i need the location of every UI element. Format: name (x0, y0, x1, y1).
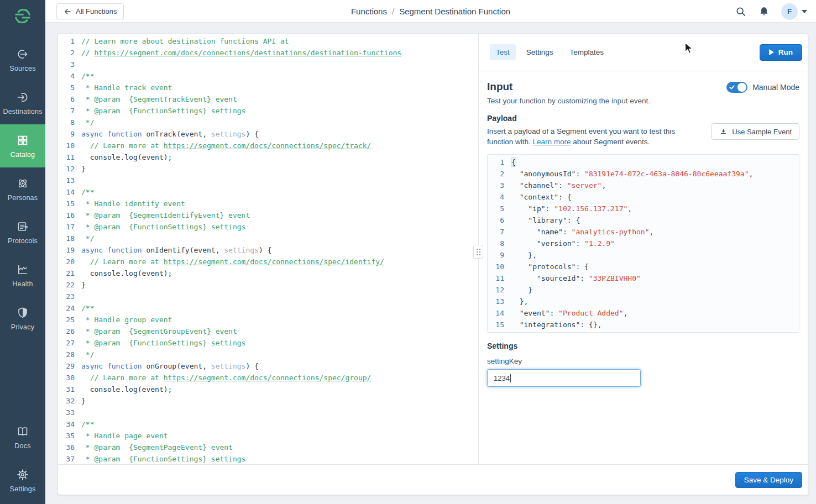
back-arrow-icon (64, 8, 71, 15)
breadcrumb-functions[interactable]: Functions (351, 7, 387, 16)
line-number: 7 (488, 226, 511, 238)
line-number: 5 (488, 203, 511, 214)
search-icon[interactable] (735, 6, 747, 18)
code-line: 35 * Handle page event (58, 430, 478, 442)
run-button[interactable]: Run (760, 44, 802, 61)
segment-logo[interactable] (0, 7, 45, 25)
code-line: 6 "library": { (488, 214, 799, 226)
panel-content: Input Manual Mode Test your function by … (479, 71, 808, 387)
panel-tabbar: Test Settings Templates Run (479, 34, 808, 71)
notifications-bell-icon[interactable] (758, 6, 770, 18)
code-line: 6 * @param {SegmentTrackEvent} event (58, 93, 478, 105)
line-number: 21 (58, 267, 81, 279)
line-number: 28 (58, 349, 81, 360)
sidebar-item-health[interactable]: Health (0, 254, 45, 297)
sidebar-item-personas[interactable]: Personas (0, 167, 45, 211)
line-number: 18 (58, 233, 81, 244)
sidebar-item-settings[interactable]: Settings (0, 459, 45, 502)
payload-json-editor[interactable]: 1{2 "anonymousId": "83191e74-072c-463a-8… (487, 154, 799, 333)
code-line: 1{ (488, 156, 799, 168)
code-line: 26 * @param {SegmentGroupEvent} event (58, 326, 478, 337)
tab-settings[interactable]: Settings (520, 44, 559, 60)
settingkey-input[interactable]: 1234 (487, 369, 641, 387)
tab-test[interactable]: Test (490, 44, 516, 60)
line-number: 1 (58, 35, 81, 47)
line-number: 12 (488, 284, 511, 296)
learn-more-link[interactable]: Learn more (533, 138, 571, 146)
sidebar-item-label: Sources (9, 65, 35, 72)
code-line: 13 }, (488, 296, 799, 307)
chevron-down-icon (802, 10, 807, 13)
tab-templates[interactable]: Templates (564, 44, 610, 60)
all-functions-back-button[interactable]: All Functions (56, 3, 124, 19)
line-number: 37 (58, 453, 81, 465)
sidebar-item-protocols[interactable]: Protocols (0, 211, 45, 254)
line-number: 10 (58, 140, 81, 151)
line-number: 9 (58, 128, 81, 140)
header-actions: F (735, 0, 807, 23)
code-line: 2// https://segment.com/docs/connections… (58, 47, 478, 59)
line-number: 34 (58, 418, 81, 430)
line-number: 13 (58, 175, 81, 186)
avatar[interactable]: F (781, 3, 798, 20)
line-number: 11 (488, 272, 511, 284)
sidebar-item-catalog[interactable]: Catalog (0, 124, 45, 167)
line-number: 1 (488, 156, 511, 168)
manual-mode-label: Manual Mode (752, 83, 799, 92)
sidebar-item-docs[interactable]: Docs (0, 416, 45, 459)
line-number: 36 (58, 442, 81, 453)
code-line: 15 * Handle identify event (58, 198, 478, 209)
code-line: 12 } (488, 284, 799, 296)
back-button-label: All Functions (76, 7, 117, 15)
function-editor-card: 1// Learn more about destination functio… (57, 33, 808, 495)
code-line: 14/** (58, 186, 478, 198)
breadcrumb-separator: / (392, 7, 394, 16)
personas-icon (16, 177, 29, 190)
settingkey-label: settingKey (487, 357, 799, 365)
save-deploy-button[interactable]: Save & Deploy (735, 472, 802, 488)
code-line: 15 "integrations": {}, (488, 319, 799, 330)
code-line: 5 * Handle track event (58, 82, 478, 93)
line-number: 3 (488, 180, 511, 191)
sidebar-item-label: Health (12, 280, 33, 288)
line-number: 4 (58, 70, 81, 82)
line-number: 8 (58, 117, 81, 128)
line-number: 9 (488, 249, 511, 261)
sidebar-item-sources[interactable]: Sources (0, 38, 45, 81)
code-line: 24/** (58, 302, 478, 314)
code-line: 5 "ip": "102.156.137.217", (488, 203, 799, 214)
line-number: 29 (58, 360, 81, 372)
line-number: 8 (488, 238, 511, 249)
sidebar-item-privacy[interactable]: Privacy (0, 297, 45, 340)
sidebar-item-destinations[interactable]: Destinations (0, 81, 45, 124)
line-number: 15 (488, 319, 511, 330)
sidebar-item-label: Protocols (8, 237, 38, 245)
manual-mode-toggle[interactable] (726, 82, 747, 93)
line-number: 3 (58, 59, 81, 70)
test-panel: Test Settings Templates Run Input (479, 34, 808, 464)
line-number: 16 (58, 209, 81, 221)
code-line: 16 * @param {SegmentIdentifyEvent} event (58, 209, 478, 221)
code-line: 12} (58, 163, 478, 175)
code-line: 11 console.log(event); (58, 151, 478, 163)
use-sample-event-button[interactable]: Use Sample Event (712, 123, 799, 140)
code-line: 30 // Learn more at https://segment.com/… (58, 372, 478, 384)
code-line: 21 console.log(event); (58, 267, 478, 279)
account-menu[interactable]: F (781, 3, 807, 20)
line-number: 7 (58, 105, 81, 117)
line-number: 31 (58, 384, 81, 395)
segment-logo-icon (13, 7, 32, 25)
line-number: 20 (58, 256, 81, 267)
line-number: 22 (58, 279, 81, 291)
code-line: 11 "sourceId": "33PZBIVHH0" (488, 272, 799, 284)
code-line: 23 (58, 291, 478, 302)
code-editor[interactable]: 1// Learn more about destination functio… (58, 34, 478, 465)
line-number: 32 (58, 395, 81, 407)
code-line: 25 * Handle group event (58, 314, 478, 326)
line-number: 14 (488, 307, 511, 319)
line-number: 10 (488, 261, 511, 272)
line-number: 13 (488, 296, 511, 307)
panel-resize-handle[interactable] (473, 245, 483, 259)
run-button-label: Run (778, 48, 793, 56)
line-number: 2 (58, 47, 81, 59)
